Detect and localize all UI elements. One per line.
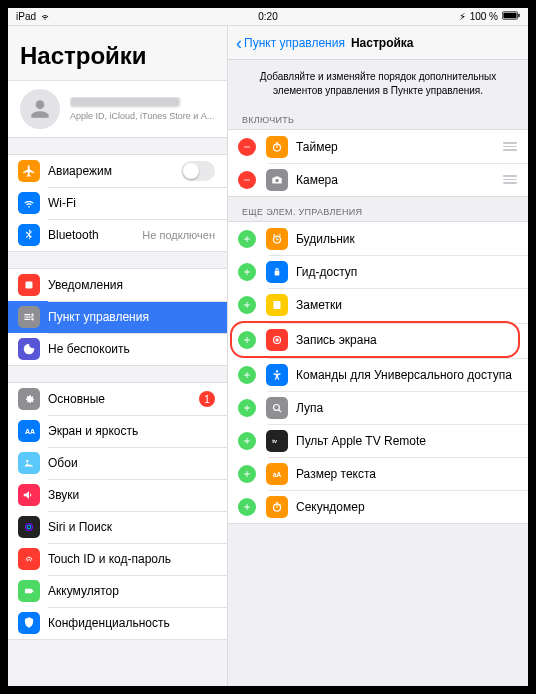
wifi-icon — [40, 11, 50, 23]
siri-icon — [18, 516, 40, 538]
sidebar-item-siri[interactable]: Siri и Поиск — [8, 511, 227, 543]
add-icon[interactable] — [238, 366, 256, 384]
add-icon[interactable] — [238, 230, 256, 248]
notifications-icon — [18, 274, 40, 296]
settings-sidebar: Настройки Apple ID, iCloud, iTunes Store… — [8, 26, 228, 686]
chevron-left-icon: ‹ — [236, 34, 242, 52]
wallpaper-icon — [18, 452, 40, 474]
included-item-timer[interactable]: Таймер — [228, 130, 528, 163]
sidebar-item-dnd[interactable]: Не беспокоить — [8, 333, 227, 365]
included-header: ВКЛЮЧИТЬ — [228, 105, 528, 129]
more-item-alarm[interactable]: Будильник — [228, 222, 528, 255]
more-item-guided-access[interactable]: Гид-доступ — [228, 255, 528, 288]
sidebar-item-display[interactable]: AA Экран и яркость — [8, 415, 227, 447]
add-icon[interactable] — [238, 331, 256, 349]
svg-rect-3 — [26, 282, 33, 289]
svg-point-5 — [31, 318, 33, 320]
more-item-accessibility[interactable]: Команды для Универсального доступа — [228, 358, 528, 391]
screen-recording-icon — [266, 329, 288, 351]
svg-rect-12 — [244, 146, 250, 147]
more-item-notes[interactable]: Заметки — [228, 288, 528, 321]
sidebar-item-sounds[interactable]: Звуки — [8, 479, 227, 511]
battery-percent: 100 % — [470, 11, 498, 22]
page-title: Настройки — [8, 26, 227, 80]
more-item-stopwatch[interactable]: Секундомер — [228, 490, 528, 523]
svg-rect-17 — [275, 270, 280, 275]
sidebar-item-touchid[interactable]: Touch ID и код-пароль — [8, 543, 227, 575]
add-icon[interactable] — [238, 399, 256, 417]
reorder-handle[interactable] — [502, 142, 518, 151]
sidebar-item-wifi[interactable]: Wi-Fi — [8, 187, 227, 219]
sidebar-item-airplane[interactable]: Авиарежим — [8, 155, 227, 187]
sidebar-item-general[interactable]: Основные 1 — [8, 383, 227, 415]
add-icon[interactable] — [238, 432, 256, 450]
add-icon[interactable] — [238, 498, 256, 516]
guided-access-icon — [266, 261, 288, 283]
control-center-icon — [18, 306, 40, 328]
remove-icon[interactable] — [238, 138, 256, 156]
accessibility-icon — [266, 364, 288, 386]
svg-rect-14 — [244, 179, 250, 180]
svg-text:AA: AA — [25, 428, 35, 435]
back-button[interactable]: ‹ Пункт управления — [236, 34, 345, 52]
more-item-magnifier[interactable]: Лупа — [228, 391, 528, 424]
airplane-toggle[interactable] — [181, 161, 215, 181]
svg-point-21 — [276, 370, 278, 372]
svg-point-7 — [26, 460, 28, 462]
svg-point-4 — [31, 314, 33, 316]
account-name-redacted — [70, 97, 180, 107]
magnifier-icon — [266, 397, 288, 419]
sidebar-item-wallpaper[interactable]: Обои — [8, 447, 227, 479]
svg-rect-2 — [518, 14, 519, 17]
sidebar-item-battery[interactable]: Аккумулятор — [8, 575, 227, 607]
sidebar-item-bluetooth[interactable]: Bluetooth Не подключен — [8, 219, 227, 251]
sidebar-item-notifications[interactable]: Уведомления — [8, 269, 227, 301]
alarm-icon — [266, 228, 288, 250]
charging-icon: ⚡︎ — [459, 11, 466, 22]
included-item-camera[interactable]: Камера — [228, 163, 528, 196]
more-item-screen-recording[interactable]: Запись экрана — [228, 323, 528, 356]
wifi-settings-icon — [18, 192, 40, 214]
add-icon[interactable] — [238, 465, 256, 483]
privacy-icon — [18, 612, 40, 634]
camera-icon — [266, 169, 288, 191]
svg-point-9 — [27, 525, 31, 529]
device-label: iPad — [16, 11, 36, 22]
svg-rect-10 — [25, 589, 32, 594]
apple-id-row[interactable]: Apple ID, iCloud, iTunes Store и A... — [8, 80, 227, 138]
add-icon[interactable] — [238, 296, 256, 314]
avatar-icon — [20, 89, 60, 129]
notes-icon — [266, 294, 288, 316]
more-item-appletv-remote[interactable]: tv Пульт Apple TV Remote — [228, 424, 528, 457]
bluetooth-status: Не подключен — [142, 229, 215, 241]
svg-point-20 — [275, 338, 279, 342]
appletv-icon: tv — [266, 430, 288, 452]
timer-icon — [266, 136, 288, 158]
svg-rect-1 — [503, 13, 516, 19]
svg-rect-11 — [32, 590, 33, 592]
more-item-text-size[interactable]: aA Размер текста — [228, 457, 528, 490]
more-header: ЕЩЕ ЭЛЕМ. УПРАВЛЕНИЯ — [228, 197, 528, 221]
svg-point-15 — [275, 178, 279, 182]
svg-point-8 — [26, 524, 33, 531]
status-bar: iPad 0:20 ⚡︎ 100 % — [8, 8, 528, 26]
reorder-handle[interactable] — [502, 175, 518, 184]
display-icon: AA — [18, 420, 40, 442]
sidebar-item-privacy[interactable]: Конфиденциальность — [8, 607, 227, 639]
svg-point-22 — [274, 404, 280, 410]
airplane-icon — [18, 160, 40, 182]
section-hint: Добавляйте и изменяйте порядок дополните… — [228, 60, 528, 105]
gear-icon — [18, 388, 40, 410]
clock: 0:20 — [258, 11, 277, 22]
battery-icon — [502, 11, 520, 22]
add-icon[interactable] — [238, 263, 256, 281]
general-badge: 1 — [199, 391, 215, 407]
svg-text:tv: tv — [272, 438, 277, 444]
sidebar-item-control-center[interactable]: Пункт управления — [8, 301, 227, 333]
navbar: ‹ Пункт управления Настройка — [228, 26, 528, 60]
account-subtitle: Apple ID, iCloud, iTunes Store и A... — [70, 111, 214, 121]
stopwatch-icon — [266, 496, 288, 518]
fingerprint-icon — [18, 548, 40, 570]
battery-settings-icon — [18, 580, 40, 602]
remove-icon[interactable] — [238, 171, 256, 189]
